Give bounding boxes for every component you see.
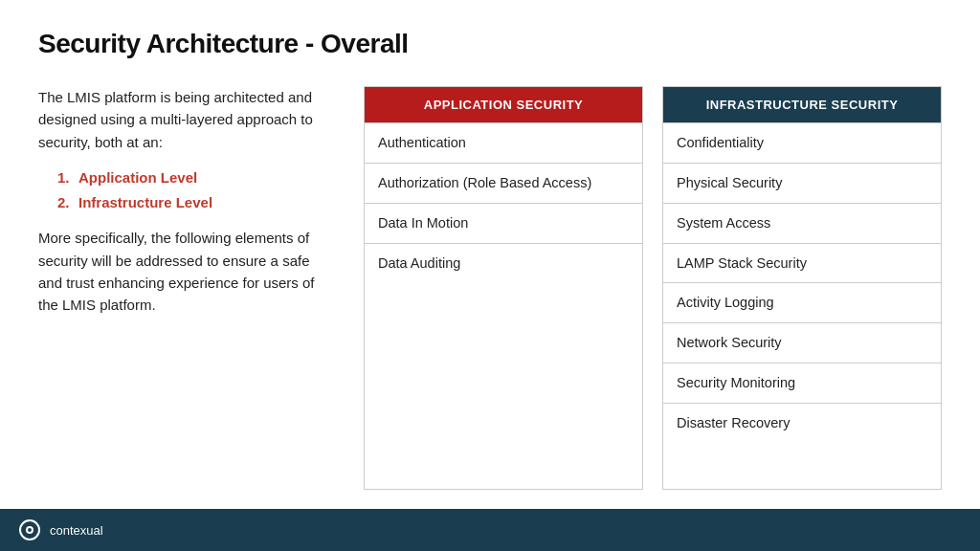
- more-text: More specifically, the following element…: [38, 227, 335, 316]
- list-item-app: 1. Application Level: [57, 166, 335, 188]
- app-row-data-auditing: Data Auditing: [365, 243, 642, 283]
- page-title: Security Architecture - Overall: [38, 29, 942, 59]
- footer-brand-name: contexual: [50, 523, 103, 538]
- footer: contexual: [0, 509, 980, 551]
- left-panel: The LMIS platform is being architected a…: [38, 86, 335, 490]
- app-security-table: APPLICATION SECURITY Authentication Auth…: [364, 86, 643, 490]
- numbered-list: 1. Application Level 2. Infrastructure L…: [38, 166, 335, 214]
- app-row-authentication: Authentication: [365, 122, 642, 163]
- infra-row-physical-security: Physical Security: [663, 163, 941, 203]
- list-num-2: 2.: [57, 191, 73, 213]
- tables-area: APPLICATION SECURITY Authentication Auth…: [364, 86, 942, 490]
- infra-row-system-access: System Access: [663, 203, 941, 243]
- infra-row-activity-logging: Activity Logging: [663, 282, 941, 322]
- infra-security-table: INFRASTRUCTURE SECURITY Confidentiality …: [662, 86, 942, 490]
- footer-logo-icon: [19, 519, 40, 540]
- content-area: The LMIS platform is being architected a…: [38, 86, 942, 490]
- app-security-header: APPLICATION SECURITY: [365, 87, 642, 122]
- app-row-data-in-motion: Data In Motion: [365, 203, 642, 243]
- infra-row-security-monitoring: Security Monitoring: [663, 363, 941, 403]
- app-row-authorization: Authorization (Role Based Access): [365, 163, 642, 203]
- footer-logo-inner-circle: [26, 526, 33, 534]
- infra-row-confidentiality: Confidentiality: [663, 122, 941, 163]
- list-label-infra: Infrastructure Level: [78, 191, 212, 213]
- infra-row-lamp-stack: LAMP Stack Security: [663, 243, 941, 283]
- infra-row-disaster-recovery: Disaster Recovery: [663, 403, 941, 443]
- infra-security-header: INFRASTRUCTURE SECURITY: [663, 87, 941, 122]
- list-num-1: 1.: [57, 166, 73, 188]
- infra-row-network-security: Network Security: [663, 322, 941, 363]
- intro-text: The LMIS platform is being architected a…: [38, 86, 335, 153]
- list-label-app: Application Level: [78, 166, 197, 188]
- list-item-infra: 2. Infrastructure Level: [57, 191, 335, 213]
- main-content: Security Architecture - Overall The LMIS…: [0, 0, 980, 509]
